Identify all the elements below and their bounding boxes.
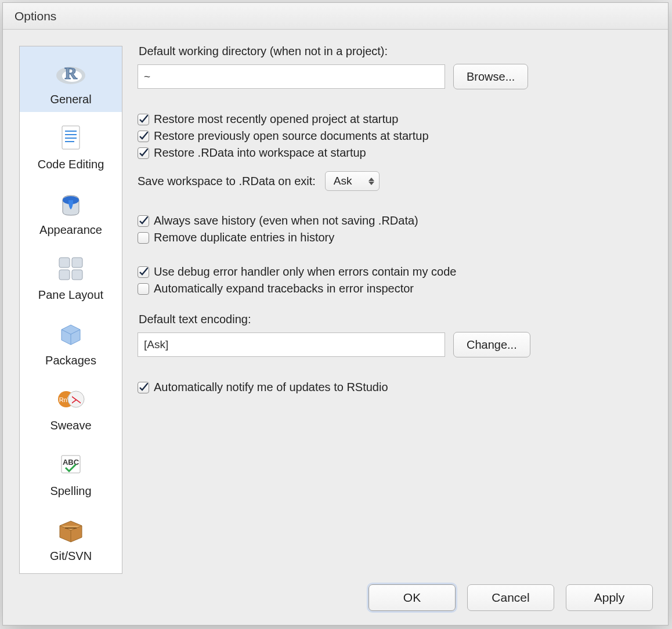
checkbox-icon <box>138 147 149 159</box>
sidebar-item-label: Spelling <box>50 485 91 498</box>
svg-rect-9 <box>59 258 70 267</box>
remove-dup-history-checkbox[interactable]: Remove duplicate entries in history <box>138 231 653 244</box>
apply-button[interactable]: Apply <box>566 584 653 611</box>
svg-rect-12 <box>72 270 82 280</box>
encoding-label: Default text encoding: <box>139 313 653 326</box>
browse-button[interactable]: Browse... <box>453 64 528 89</box>
checkbox-label: Automatically notify me of updates to RS… <box>154 381 388 394</box>
checkbox-icon <box>138 131 149 142</box>
select-value: Ask <box>334 175 352 187</box>
svg-rect-11 <box>59 270 70 280</box>
svg-text:R: R <box>64 63 77 82</box>
checkbox-label: Restore .RData into workspace at startup <box>154 146 366 160</box>
sidebar-item-sweave[interactable]: RnW ⋋ Sweave <box>20 373 122 439</box>
cancel-button[interactable]: Cancel <box>467 584 554 611</box>
restore-project-checkbox[interactable]: Restore most recently opened project at … <box>138 113 653 126</box>
checkbox-icon <box>138 283 149 295</box>
encoding-input[interactable] <box>138 332 445 357</box>
svg-text:⋋: ⋋ <box>71 393 82 406</box>
sidebar-item-label: Sweave <box>50 419 91 432</box>
window-titlebar: Options <box>3 3 668 30</box>
notify-updates-checkbox[interactable]: Automatically notify me of updates to RS… <box>138 381 653 394</box>
options-sidebar: R General Code Editing <box>19 46 122 574</box>
svg-rect-10 <box>72 258 82 267</box>
checkbox-icon <box>138 382 149 393</box>
checkbox-label: Automatically expand tracebacks in error… <box>154 282 414 295</box>
sidebar-item-git-svn[interactable]: Git/SVN <box>20 504 122 569</box>
sidebar-item-label: Git/SVN <box>50 550 92 563</box>
save-workspace-label: Save workspace to .RData on exit: <box>138 175 316 188</box>
checkbox-label: Use debug error handler only when errors… <box>154 265 456 279</box>
restore-docs-checkbox[interactable]: Restore previously open source documents… <box>138 129 653 143</box>
svg-text:ABC: ABC <box>63 458 80 467</box>
package-icon <box>58 317 84 352</box>
window-content: R General Code Editing <box>3 30 668 625</box>
debug-handler-checkbox[interactable]: Use debug error handler only when errors… <box>138 265 653 279</box>
document-icon <box>59 121 82 156</box>
sidebar-item-label: Appearance <box>39 223 102 237</box>
updown-arrows-icon <box>368 178 374 185</box>
checkbox-icon <box>138 215 149 227</box>
spellcheck-icon: ABC <box>58 447 84 482</box>
checkbox-label: Remove duplicate entries in history <box>154 231 334 244</box>
sidebar-item-general[interactable]: R General <box>20 46 122 112</box>
sidebar-item-pane-layout[interactable]: Pane Layout <box>20 243 122 308</box>
ok-button[interactable]: OK <box>368 584 456 611</box>
restore-rdata-checkbox[interactable]: Restore .RData into workspace at startup <box>138 146 653 160</box>
general-pane: Default working directory (when not in a… <box>138 45 653 576</box>
working-dir-input[interactable] <box>138 64 445 89</box>
sidebar-item-appearance[interactable]: Appearance <box>20 177 122 243</box>
panes-icon <box>57 251 84 286</box>
sidebar-item-label: Pane Layout <box>38 288 103 302</box>
r-logo-icon: R <box>55 56 86 91</box>
sidebar-item-code-editing[interactable]: Code Editing <box>20 112 122 178</box>
save-workspace-select[interactable]: Ask <box>325 171 380 191</box>
checkbox-icon <box>138 266 149 278</box>
dialog-footer: OK Cancel Apply <box>368 584 653 611</box>
box-icon <box>56 512 85 547</box>
working-dir-label: Default working directory (when not in a… <box>139 45 653 58</box>
sidebar-item-label: General <box>50 93 91 106</box>
sidebar-item-packages[interactable]: Packages <box>20 308 122 373</box>
paint-bucket-icon <box>58 186 84 221</box>
checkbox-label: Restore most recently opened project at … <box>154 113 398 126</box>
checkbox-icon <box>138 114 149 125</box>
sweave-icon: RnW ⋋ <box>56 382 85 417</box>
checkbox-label: Restore previously open source documents… <box>154 129 429 143</box>
expand-tracebacks-checkbox[interactable]: Automatically expand tracebacks in error… <box>138 282 653 295</box>
options-window: Options R General <box>2 2 669 626</box>
checkbox-label: Always save history (even when not savin… <box>154 214 418 227</box>
window-title: Options <box>15 9 56 23</box>
sidebar-item-spelling[interactable]: ABC Spelling <box>20 438 122 504</box>
always-save-history-checkbox[interactable]: Always save history (even when not savin… <box>138 214 653 227</box>
sidebar-item-label: Code Editing <box>38 158 104 171</box>
change-encoding-button[interactable]: Change... <box>453 332 530 357</box>
checkbox-icon <box>138 232 149 244</box>
sidebar-item-label: Packages <box>45 354 96 367</box>
